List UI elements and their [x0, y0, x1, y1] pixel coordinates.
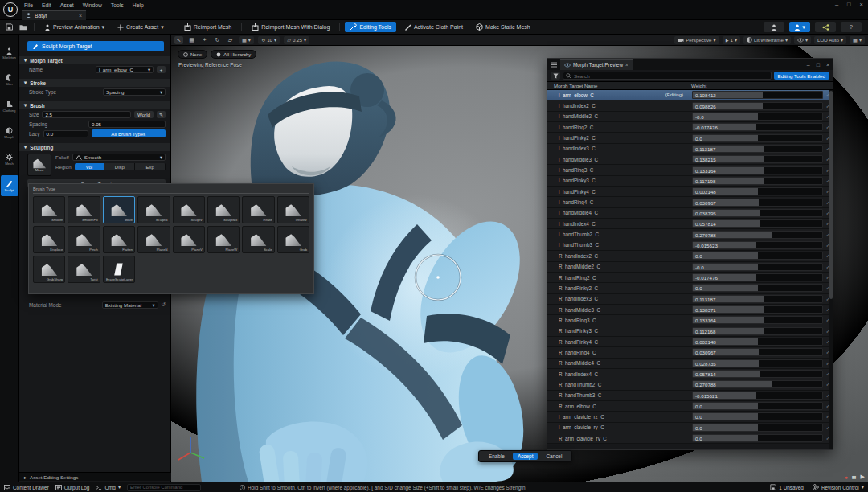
morph-target-row[interactable]: R_handIndex3_C0.113187✓: [547, 294, 833, 305]
morph-target-row[interactable]: l_handMiddle3_C0.138215✓: [547, 154, 833, 165]
morph-target-row[interactable]: R_handMiddle3_C0.138371✓: [547, 305, 833, 315]
brush-tile-displace[interactable]: Displace: [33, 226, 65, 253]
morph-target-row[interactable]: R_handMiddle4_C0.028735✓: [547, 359, 833, 369]
morph-target-row[interactable]: R_handRing3_C0.133164✓: [547, 315, 833, 326]
marquee-tool-button[interactable]: ▦: [187, 36, 196, 44]
weight-slider[interactable]: -0.017476: [692, 273, 823, 281]
make-static-mesh-button[interactable]: Make Static Mesh: [471, 22, 535, 32]
menu-asset[interactable]: Asset: [60, 2, 74, 8]
morph-target-row[interactable]: R_handPinky3_C0.112168✓: [547, 326, 833, 337]
weight-slider[interactable]: 0.270788: [692, 380, 823, 388]
section-sculpting[interactable]: ▾Sculpting: [19, 143, 170, 151]
brush-tile-planev[interactable]: PlaneV: [173, 226, 205, 253]
weight-slider[interactable]: 0.0: [692, 434, 823, 442]
cmd-dropdown[interactable]: Cmd▾: [96, 484, 121, 490]
material-mode-dropdown[interactable]: Existing Material▾: [102, 301, 158, 309]
weight-slider[interactable]: 0.138215: [692, 155, 823, 163]
activate-cloth-paint-button[interactable]: Activate Cloth Paint: [399, 22, 468, 32]
weight-slider[interactable]: 0.0: [692, 412, 823, 420]
morph-target-row[interactable]: R_arm_elbow_C0.0✓: [547, 401, 833, 412]
weight-slider[interactable]: 0.113187: [692, 145, 823, 153]
morph-target-row[interactable]: l_handIndex2_C0.098826✓: [547, 100, 833, 111]
lazy-slider[interactable]: 0.0: [43, 130, 88, 137]
brush-tile-move[interactable]: Move: [103, 196, 135, 223]
morph-target-row[interactable]: l_handThumb2_C0.270788✓: [547, 229, 833, 240]
camera-speed-dropdown[interactable]: ▶1▾: [723, 36, 740, 44]
weight-slider[interactable]: 0.0: [692, 402, 823, 410]
morph-target-row[interactable]: R_handPinky2_C0.0✓: [547, 283, 833, 293]
falloff-dropdown[interactable]: Smooth ▾: [72, 154, 166, 161]
weight-slider[interactable]: 0.133164: [692, 166, 823, 174]
morph-target-row[interactable]: l_handPinky3_C0.117198✓: [547, 176, 833, 187]
morph-window-header[interactable]: Morph Target Preview × – □ ×: [547, 59, 833, 70]
morph-target-row[interactable]: R_handRing4_C0.030967✓: [547, 347, 833, 358]
weight-slider[interactable]: 0.0: [692, 284, 823, 292]
brush-tile-pinch[interactable]: Pinch: [68, 226, 100, 253]
morph-target-row[interactable]: l_arm_elbow_C(Editing)0.108412✓: [547, 90, 833, 100]
size-edit-button[interactable]: ✎: [157, 111, 166, 118]
screenshot-dropdown[interactable]: ▦▾: [850, 36, 865, 44]
morph-target-row[interactable]: R_handPinky4_C0.002148✓: [547, 337, 833, 347]
perspective-dropdown[interactable]: Perspective▾: [674, 36, 719, 44]
sidebar-item-sculpt[interactable]: Sculpt: [1, 175, 18, 196]
brush-tile-inflatev[interactable]: InflateV: [277, 196, 309, 223]
size-slider[interactable]: 2.5: [42, 111, 131, 118]
preview-animation-button[interactable]: Preview Animation▾: [39, 22, 109, 32]
weight-slider[interactable]: -0.015621: [692, 392, 823, 400]
section-brush[interactable]: ▾Brush: [19, 101, 170, 109]
brush-tile-twist[interactable]: Twist: [68, 256, 100, 283]
morph-target-row[interactable]: R_handThumb2_C0.270788✓: [547, 379, 833, 390]
collaborate-button[interactable]: ▾: [789, 22, 810, 32]
size-world-button[interactable]: World: [134, 111, 154, 118]
sidebar-item-clothing[interactable]: Clothing: [1, 96, 18, 117]
brush-tile-planew[interactable]: PlaneW: [207, 226, 240, 253]
brush-tile-sculptv[interactable]: SculptV: [173, 196, 205, 223]
morph-window-close[interactable]: ×: [826, 62, 829, 68]
morph-target-row[interactable]: l_handMiddle2_C-0.0✓: [547, 112, 833, 122]
morph-window-minimize[interactable]: –: [807, 62, 810, 68]
morph-target-list[interactable]: l_arm_elbow_C(Editing)0.108412✓l_handInd…: [547, 90, 833, 449]
section-morph-target[interactable]: ▾Morph Target: [19, 56, 170, 64]
weight-slider[interactable]: 0.098826: [692, 102, 823, 110]
console-command-input[interactable]: Enter Console Command: [127, 484, 201, 491]
record-icon[interactable]: ●: [845, 474, 848, 480]
scrollbar-thumb[interactable]: [829, 91, 833, 299]
sidebar-item-morph[interactable]: Morph: [1, 122, 18, 143]
sidebar-item-skeleton[interactable]: Skeleton: [1, 43, 18, 64]
brush-tile-scale[interactable]: Scale: [242, 226, 274, 253]
region-option-disp[interactable]: Disp: [104, 163, 134, 170]
stroke-type-dropdown[interactable]: Spacing▾: [103, 88, 166, 96]
brush-tile-grab[interactable]: Grab: [277, 226, 309, 253]
browse-icon[interactable]: [18, 22, 29, 32]
morph-target-row[interactable]: l_arm_clavicle_ry_C0.0✓: [547, 423, 833, 433]
brush-tile-flatten[interactable]: Flatten: [103, 226, 135, 253]
weight-slider[interactable]: -0.0: [692, 113, 823, 121]
show-dropdown[interactable]: ▾: [794, 36, 811, 44]
weight-slider[interactable]: 0.002148: [692, 187, 823, 195]
user-button[interactable]: [764, 22, 784, 32]
weight-slider[interactable]: 0.108412: [692, 91, 823, 99]
morph-target-row[interactable]: l_handRing3_C0.133164✓: [547, 165, 833, 175]
weight-slider[interactable]: 0.138371: [692, 305, 823, 314]
morph-target-row[interactable]: R_handThumb3_C-0.015621✓: [547, 391, 833, 401]
morph-search-input[interactable]: Search: [563, 72, 772, 80]
menu-window[interactable]: Window: [83, 2, 102, 8]
column-weight[interactable]: Weight: [690, 83, 706, 88]
all-brush-types-button[interactable]: All Brush Types: [92, 129, 166, 137]
output-log-button[interactable]: Output Log: [55, 485, 90, 490]
rotation-snap-toggle[interactable]: ↻10▾: [258, 36, 280, 44]
morph-target-row[interactable]: l_handRing4_C0.030967✓: [547, 197, 833, 207]
editing-tools-enabled-button[interactable]: Editing Tools Enabled: [774, 72, 829, 80]
weight-slider[interactable]: 0.270788: [692, 231, 823, 239]
weight-slider[interactable]: 0.0: [692, 424, 823, 432]
morph-target-row[interactable]: R_handRing2_C-0.017476✓: [547, 273, 833, 283]
weight-slider[interactable]: 0.113187: [692, 295, 823, 303]
sculpt-morph-target-button[interactable]: Sculpt Morph Target: [27, 41, 164, 51]
grid-snap-toggle[interactable]: ▦▾: [239, 36, 254, 44]
close-button[interactable]: ×: [860, 1, 863, 8]
asset-tab[interactable]: Batyr ×: [22, 10, 86, 20]
editing-tools-button[interactable]: Editing Tools: [345, 22, 396, 32]
weight-slider[interactable]: 0.028735: [692, 359, 823, 367]
cancel-button[interactable]: Cancel: [541, 453, 567, 460]
morph-list-scrollbar[interactable]: [829, 90, 833, 449]
